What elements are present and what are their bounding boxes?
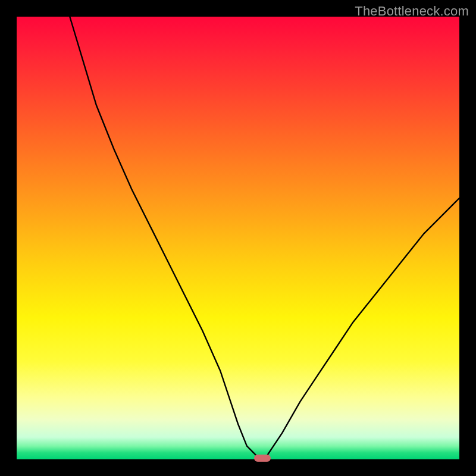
watermark-text: TheBottleneck.com xyxy=(355,4,469,19)
chart-frame: TheBottleneck.com xyxy=(0,0,476,476)
plot-area xyxy=(17,17,459,459)
bottleneck-curve xyxy=(17,17,459,459)
curve-right xyxy=(265,198,459,459)
minimum-marker xyxy=(254,455,271,462)
curve-left xyxy=(70,17,260,459)
